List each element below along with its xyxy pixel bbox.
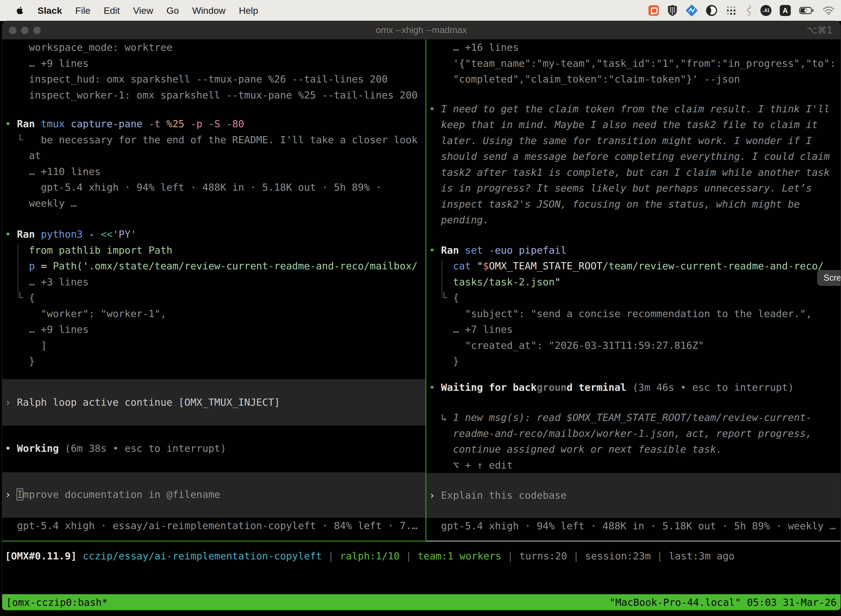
right-pane[interactable]: … +16 lines '{"team_name":"my-team","tas… [426,40,841,541]
terminal-line: gpt-5.4 xhigh · 94% left · 488K in · 5.1… [426,518,841,534]
terminal-line: gpt-5.4 xhigh · essay/ai-reimplementatio… [2,518,425,534]
terminal-line: • I need to get the claim token from the… [426,101,841,117]
terminal-line: keep that in mind. Maybe I also need the… [426,117,841,133]
window-shortcut: ⌥⌘1 [806,21,833,39]
terminal-line: is in progress? It seems likely but perh… [426,180,841,196]
terminal-content: workspace_mode: worktree … +9 lines insp… [2,40,841,616]
terminal-line: weekly … [2,195,425,211]
keypad-shield-icon[interactable] [667,4,678,16]
menu-bar: SlackFileEditViewGoWindowHelp ..61 A [0,0,841,21]
terminal-line: "created_at": "2026-03-31T11:59:27.816Z" [426,337,841,353]
terminal-line: • Ran tmux capture-pane -t %25 -p -S -80 [2,116,425,132]
terminal-line: } [426,353,841,369]
blue-diamond-icon[interactable] [686,5,697,16]
terminal-line: later. Using the same for transition mig… [426,133,841,149]
app-menus: SlackFileEditViewGoWindowHelp [38,5,258,16]
terminal-line: from pathlib import Path [2,242,425,258]
crescent-circle-icon[interactable] [706,5,717,16]
terminal-line: └ be necessary for the end of the README… [2,132,425,148]
output-block: • I need to get the claim token from the… [426,101,841,228]
terminal-line: › Explain this codebase [426,487,841,503]
menu-edit[interactable]: Edit [104,5,120,16]
output-block: • Waiting for background terminal (3m 46… [426,380,841,396]
terminal-line: inspect_hud: omx sparkshell --tmux-pane … [2,71,425,87]
terminal-line: "completed","claim_token":"claim-token"}… [426,71,841,87]
terminal-line: gpt-5.4 xhigh · 94% left · 488K in · 5.1… [2,179,425,195]
dots-grid-icon[interactable] [726,5,737,16]
terminal-window: omx --xhigh --madmax ⌥⌘1 workspace_mode:… [2,21,841,616]
wifi-icon[interactable] [822,6,835,15]
terminal-line: } [2,353,425,369]
terminal-line: … +16 lines [426,40,841,56]
recording-indicator-icon[interactable] [648,5,659,16]
terminal-line: task2 after task1 is complete, but can I… [426,164,841,180]
block-gutter-line [18,243,18,298]
prompt-input-band[interactable]: › Explain this codebase [426,473,841,518]
menu-file[interactable]: File [75,5,91,16]
menu-help[interactable]: Help [239,5,258,16]
menu-view[interactable]: View [133,5,153,16]
terminal-line: └ { [2,290,425,306]
prompt-input-band[interactable]: › Ralph loop active continue [OMX_TMUX_I… [2,379,425,425]
battery-icon[interactable] [799,6,814,15]
keyboard-layout-icon[interactable]: A [780,5,791,16]
terminal-line: … +9 lines [2,321,425,337]
terminal-line: ⌥ + ↑ edit [426,457,841,473]
screen: SlackFileEditViewGoWindowHelp ..61 A [0,0,841,616]
terminal-line: at [2,148,425,164]
terminal-line: … +9 lines [2,56,425,72]
terminal-line: • Ran python3 - <<'PY' [2,226,425,242]
terminal-line: inspect_worker-1: omx sparkshell --tmux-… [2,87,425,103]
window-title: omx --xhigh --madmax [2,21,841,39]
tmux-session-label: [omx-cczip0:bash* [6,597,108,608]
terminal-line: › Improve documentation in @filename [2,487,425,503]
terminal-line: • Waiting for background terminal (3m 46… [426,380,841,396]
terminal-line: ] [2,337,425,353]
terminal-line: • Working (6m 38s • esc to interrupt) [2,440,425,456]
menu-bar-status-icons: ..61 A [648,4,841,17]
count-badge-icon[interactable]: ..61 [760,5,771,16]
terminal-line: • Ran set -euo pipefail [426,242,841,258]
terminal-line: ↳ 1 new msg(s): read $OMX_TEAM_STATE_ROO… [426,409,841,425]
screen-tooltip: Scre [817,270,841,286]
terminal-line: p = Path('.omx/state/team/review-current… [2,258,425,274]
output-block: ↳ 1 new msg(s): read $OMX_TEAM_STATE_ROO… [426,409,841,473]
omx-status-line: [OMX#0.11.9] cczip/essay/ai-reimplementa… [2,548,841,564]
terminal-line: readme-and-reco/mailbox/worker-1.json, a… [426,425,841,441]
menu-go[interactable]: Go [166,5,179,16]
terminal-line: pending. [426,212,841,228]
terminal-line: continue assigned work or next feasible … [426,441,841,457]
terminal-line: '{"team_name":"my-team","task_id":"1","f… [426,56,841,72]
block-gutter-line [442,260,442,298]
menu-window[interactable]: Window [192,5,226,16]
output-block: • Working (6m 38s • esc to interrupt) [2,440,425,456]
menu-slack[interactable]: Slack [38,5,62,16]
terminal-line: … +110 lines [2,164,425,180]
terminal-line: › Ralph loop active continue [OMX_TMUX_I… [2,395,425,411]
terminal-line: … +7 lines [426,321,841,337]
tmux-host-clock: "MacBook-Pro-44.local" 05:03 31-Mar-26 [609,597,837,608]
output-block: gpt-5.4 xhigh · 94% left · 488K in · 5.1… [426,518,841,534]
window-titlebar[interactable]: omx --xhigh --madmax ⌥⌘1 [2,21,841,40]
terminal-line: tasks/task-2.json" [426,274,841,290]
output-block: • Ran tmux capture-pane -t %25 -p -S -80… [2,116,425,211]
output-block: … +16 lines '{"team_name":"my-team","tas… [426,40,841,87]
right-pane-bottom-border [426,541,841,541]
output-block: • Ran set -euo pipefail cat "$OMX_TEAM_S… [426,242,841,369]
left-pane-bottom-border [2,541,426,541]
output-block: • Ran python3 - <<'PY' from pathlib impo… [2,226,425,369]
terminal-line: cat "$OMX_TEAM_STATE_ROOT/team/review-cu… [426,258,841,274]
terminal-line: workspace_mode: worktree [2,40,425,56]
terminal-line: should send a message before completing … [426,148,841,164]
menu-bar-left: SlackFileEditViewGoWindowHelp [0,5,258,16]
terminal-line: └ { [426,290,841,306]
terminal-line: "subject": "send a concise recommendatio… [426,306,841,322]
tmux-status-bar: [omx-cczip0:bash* "MacBook-Pro-44.local"… [2,594,841,610]
terminal-line: inspect task2's JSON, focusing on the st… [426,196,841,212]
left-pane[interactable]: workspace_mode: worktree … +9 lines insp… [2,40,425,541]
output-block: gpt-5.4 xhigh · essay/ai-reimplementatio… [2,518,425,534]
prompt-input-band[interactable]: › Improve documentation in @filename [2,472,425,518]
terminal-line: … +3 lines [2,274,425,290]
apple-menu-icon[interactable] [15,5,24,16]
squiggle-icon[interactable] [745,4,752,17]
